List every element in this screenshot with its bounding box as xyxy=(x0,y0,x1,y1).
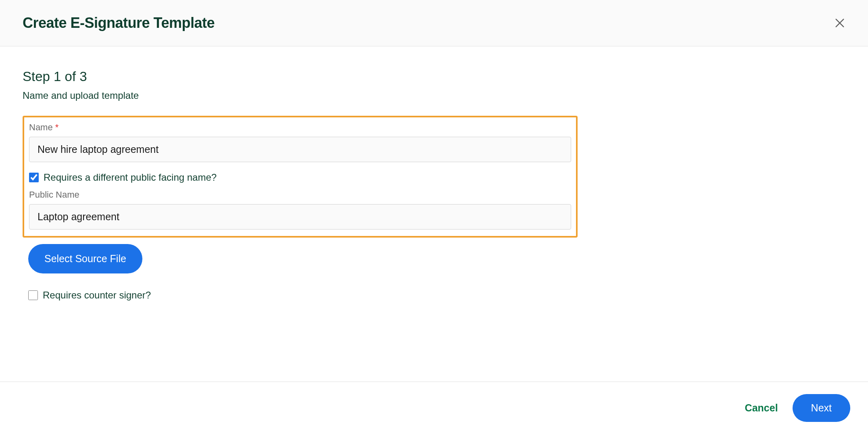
counter-signer-checkbox-label[interactable]: Requires counter signer? xyxy=(43,290,151,301)
counter-signer-checkbox-row: Requires counter signer? xyxy=(28,290,845,301)
modal-footer: Cancel Next xyxy=(0,382,868,434)
step-subtitle: Name and upload template xyxy=(23,90,845,101)
name-input[interactable] xyxy=(29,137,571,162)
counter-signer-checkbox[interactable] xyxy=(28,290,38,300)
name-label-text: Name xyxy=(29,122,53,132)
step-title: Step 1 of 3 xyxy=(23,69,845,84)
select-source-file-button[interactable]: Select Source File xyxy=(28,244,142,273)
public-name-label: Public Name xyxy=(29,190,571,200)
public-name-checkbox-row: Requires a different public facing name? xyxy=(29,172,571,183)
required-asterisk: * xyxy=(55,122,59,132)
cancel-button[interactable]: Cancel xyxy=(745,402,778,414)
counter-signer-area: Requires counter signer? xyxy=(28,290,845,301)
close-icon[interactable] xyxy=(834,17,845,29)
next-button[interactable]: Next xyxy=(793,394,850,422)
modal-content: Step 1 of 3 Name and upload template Nam… xyxy=(0,46,868,301)
public-name-input[interactable] xyxy=(29,204,571,230)
name-label: Name * xyxy=(29,122,571,133)
public-name-checkbox[interactable] xyxy=(29,173,39,182)
public-name-checkbox-label[interactable]: Requires a different public facing name? xyxy=(44,172,217,183)
name-section-highlight: Name * Requires a different public facin… xyxy=(23,116,578,238)
modal-header: Create E-Signature Template xyxy=(0,0,868,46)
select-file-area: Select Source File xyxy=(28,244,845,273)
modal-title: Create E-Signature Template xyxy=(23,15,215,31)
